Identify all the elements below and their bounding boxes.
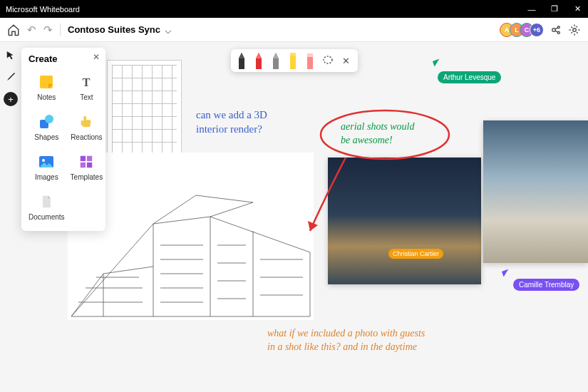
svg-rect-15 bbox=[290, 53, 296, 56]
eraser[interactable] bbox=[305, 52, 315, 69]
lobby-photo-image[interactable] bbox=[483, 120, 588, 263]
svg-rect-14 bbox=[290, 55, 296, 69]
svg-point-18 bbox=[324, 56, 332, 63]
create-templates[interactable]: Templates bbox=[69, 148, 105, 185]
svg-point-3 bbox=[573, 28, 577, 31]
svg-point-9 bbox=[42, 159, 45, 162]
create-notes[interactable]: Notes bbox=[27, 68, 66, 105]
create-shapes[interactable]: Shapes bbox=[27, 108, 66, 145]
close-panel-button[interactable]: ✕ bbox=[93, 52, 100, 62]
titlebar: Microsoft Whiteboard — ❐ ✕ bbox=[0, 0, 588, 18]
svg-rect-12 bbox=[81, 163, 86, 167]
divider bbox=[60, 24, 61, 36]
cursor-label-camille: Camille Tremblay bbox=[513, 279, 579, 291]
svg-rect-10 bbox=[81, 156, 86, 161]
whiteboard-canvas[interactable]: + ✕ Create Notes T Text Shapes Reactions bbox=[0, 42, 588, 392]
main-toolbar: ↶ ↷ Contoso Suites Sync ⌵ A L C +6 bbox=[0, 18, 588, 42]
collaborator-avatars[interactable]: A L C +6 bbox=[500, 23, 544, 37]
ink-tool[interactable] bbox=[4, 71, 17, 83]
annotation-orange[interactable]: what if we included a photo with guests … bbox=[267, 327, 425, 354]
svg-rect-11 bbox=[87, 156, 92, 161]
cursor-arthur bbox=[433, 60, 440, 66]
undo-button[interactable]: ↶ bbox=[27, 24, 36, 36]
document-title[interactable]: Contoso Suites Sync bbox=[68, 24, 160, 35]
pen-grey[interactable] bbox=[271, 52, 281, 69]
svg-point-0 bbox=[552, 28, 556, 31]
svg-rect-13 bbox=[87, 163, 92, 167]
redo-button[interactable]: ↷ bbox=[43, 24, 53, 36]
svg-text:T: T bbox=[83, 76, 91, 89]
chevron-down-icon[interactable]: ⌵ bbox=[165, 23, 172, 36]
create-documents[interactable]: Documents bbox=[27, 188, 66, 225]
close-tray-button[interactable]: ✕ bbox=[341, 55, 352, 66]
highlighter-yellow[interactable] bbox=[288, 52, 298, 69]
cursor-label-arthur: Arthur Levesque bbox=[438, 71, 501, 83]
share-icon[interactable] bbox=[550, 24, 562, 36]
create-panel-title: Create bbox=[27, 53, 100, 64]
left-rail: + bbox=[0, 42, 21, 106]
app-title: Microsoft Whiteboard bbox=[6, 5, 80, 14]
floorplan-image[interactable] bbox=[107, 60, 182, 160]
svg-rect-4 bbox=[40, 76, 53, 88]
svg-point-7 bbox=[45, 115, 53, 123]
annotation-green[interactable]: aerial shots would be awesome! bbox=[341, 120, 414, 148]
maximize-button[interactable]: ❐ bbox=[550, 4, 559, 14]
svg-rect-17 bbox=[307, 53, 313, 57]
add-tool[interactable]: + bbox=[4, 92, 18, 106]
svg-rect-16 bbox=[307, 56, 313, 69]
select-tool[interactable] bbox=[4, 49, 17, 62]
settings-icon[interactable] bbox=[568, 24, 581, 36]
create-images[interactable]: Images bbox=[27, 148, 66, 185]
cursor-camille bbox=[502, 270, 510, 276]
pen-tray: ✕ bbox=[231, 49, 358, 72]
create-text[interactable]: T Text bbox=[69, 68, 105, 105]
lasso-tool[interactable] bbox=[322, 55, 334, 66]
close-button[interactable]: ✕ bbox=[572, 4, 582, 14]
pen-red[interactable] bbox=[254, 52, 264, 69]
create-reactions[interactable]: Reactions bbox=[69, 108, 105, 145]
christian-tag: Christian Cartier bbox=[388, 249, 443, 259]
pen-black[interactable] bbox=[237, 52, 247, 69]
more-collaborators[interactable]: +6 bbox=[530, 23, 544, 37]
create-panel: ✕ Create Notes T Text Shapes Reactions I… bbox=[21, 48, 105, 231]
annotation-blue[interactable]: can we add a 3D interior render? bbox=[196, 108, 267, 137]
minimize-button[interactable]: — bbox=[527, 4, 537, 14]
home-icon[interactable] bbox=[7, 24, 20, 36]
